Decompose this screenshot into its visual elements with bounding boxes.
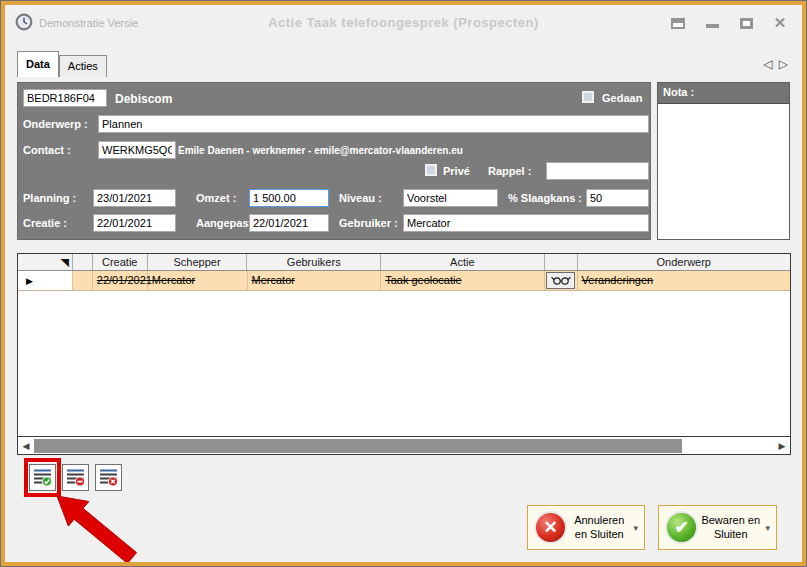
gebruiker-field[interactable] bbox=[403, 214, 649, 232]
maximize-button[interactable] bbox=[736, 16, 756, 30]
onderwerp-field[interactable] bbox=[98, 115, 649, 133]
company-code-field[interactable] bbox=[23, 89, 107, 107]
planning-field[interactable] bbox=[93, 189, 176, 207]
niveau-label: Niveau : bbox=[339, 192, 382, 204]
cell-onderwerp: Veranderingen bbox=[578, 271, 790, 290]
view-action-button[interactable] bbox=[546, 272, 575, 289]
scroll-left-icon[interactable]: ◀ bbox=[18, 441, 34, 451]
save-and-close-button[interactable]: ✔ Bewaren en Sluiten ▾ bbox=[658, 505, 777, 550]
tab-scroll-arrows: ◁▷ bbox=[764, 57, 794, 71]
save-dropdown-icon[interactable]: ▾ bbox=[765, 523, 770, 533]
rappel-field[interactable] bbox=[546, 162, 649, 180]
tab-scroll-left-icon[interactable]: ◁ bbox=[764, 57, 779, 71]
header-schepper[interactable]: Schepper bbox=[148, 254, 248, 270]
row-spacer-cell bbox=[73, 271, 93, 290]
actions-table: ◥ Creatie Schepper Gebruikers Actie Onde… bbox=[17, 253, 791, 455]
gebruiker-label: Gebruiker : bbox=[339, 217, 398, 229]
cancel-button-label: Annuleren en Sluiten bbox=[567, 514, 631, 542]
table-row[interactable]: ▶ 22/01/2021 Mercator Mercator Taak geol… bbox=[18, 271, 790, 291]
omzet-field[interactable] bbox=[249, 189, 329, 207]
cell-view bbox=[545, 271, 578, 290]
tab-strip: Data Acties bbox=[17, 51, 107, 77]
niveau-field[interactable] bbox=[403, 189, 498, 207]
window-icon[interactable] bbox=[668, 16, 688, 30]
tab-scroll-right-icon[interactable]: ▷ bbox=[779, 57, 794, 71]
cancel-dropdown-icon[interactable]: ▾ bbox=[633, 523, 638, 533]
cancel-icon: ✕ bbox=[534, 511, 567, 544]
creatie-label: Creatie : bbox=[23, 217, 67, 229]
list-block-icon bbox=[66, 468, 86, 487]
cell-actie: Taak geolocatie bbox=[381, 271, 545, 290]
list-delete-icon bbox=[99, 468, 119, 487]
annotation-highlight-box bbox=[24, 458, 61, 497]
corner-triangle-icon: ◥ bbox=[60, 256, 68, 268]
header-actie[interactable]: Actie bbox=[381, 254, 545, 270]
prive-label: Privé bbox=[443, 165, 470, 177]
close-button[interactable]: ✕ bbox=[770, 16, 790, 30]
delete-action-button[interactable] bbox=[95, 464, 122, 491]
block-action-button[interactable] bbox=[62, 464, 89, 491]
contact-info-label: Emile Daenen - werknemer - emile@mercato… bbox=[178, 145, 463, 156]
rappel-label: Rappel : bbox=[488, 165, 531, 177]
header-glasses-spacer bbox=[545, 254, 578, 270]
gedaan-label: Gedaan bbox=[602, 92, 642, 104]
slaagkans-label: % Slaagkans : bbox=[508, 192, 582, 204]
save-icon: ✔ bbox=[665, 511, 698, 544]
onderwerp-label: Onderwerp : bbox=[23, 118, 88, 130]
row-selector-icon[interactable]: ▶ bbox=[18, 271, 73, 290]
nota-panel: Nota : bbox=[657, 82, 790, 240]
tab-data[interactable]: Data bbox=[17, 51, 59, 77]
save-button-label: Bewaren en Sluiten bbox=[698, 514, 763, 542]
glasses-icon bbox=[550, 275, 572, 286]
dialog-body: Demonstratie Versie Actie Taak telefoong… bbox=[5, 5, 802, 562]
action-form-panel: Debiscom Gedaan Onderwerp : Contact : Em… bbox=[17, 82, 651, 240]
contact-code-field[interactable] bbox=[98, 141, 176, 159]
cell-creatie: 22/01/2021 bbox=[93, 271, 148, 290]
gedaan-checkbox[interactable] bbox=[582, 91, 594, 103]
nota-label: Nota : bbox=[658, 83, 789, 104]
scroll-right-icon[interactable]: ▶ bbox=[774, 441, 790, 451]
nota-field[interactable] bbox=[658, 104, 789, 239]
tab-acties[interactable]: Acties bbox=[59, 55, 107, 77]
app-window: Demonstratie Versie Actie Taak telefoong… bbox=[0, 0, 807, 567]
title-bar[interactable]: Demonstratie Versie Actie Taak telefoong… bbox=[5, 5, 802, 39]
table-header-row: ◥ Creatie Schepper Gebruikers Actie Onde… bbox=[18, 254, 790, 271]
aangepast-field[interactable] bbox=[249, 214, 329, 232]
company-name-label: Debiscom bbox=[115, 92, 172, 106]
horizontal-scrollbar[interactable]: ◀ ▶ bbox=[18, 436, 790, 454]
header-spacer-cell bbox=[73, 254, 93, 270]
minimize-button[interactable] bbox=[702, 16, 722, 30]
header-onderwerp[interactable]: Onderwerp bbox=[578, 254, 790, 270]
slaagkans-field[interactable] bbox=[586, 189, 649, 207]
cell-gebruikers: Mercator bbox=[248, 271, 382, 290]
planning-label: Planning : bbox=[23, 192, 76, 204]
header-gebruikers[interactable]: Gebruikers bbox=[247, 254, 381, 270]
close-icon: ✕ bbox=[774, 16, 787, 30]
cell-schepper: Mercator bbox=[148, 271, 248, 290]
header-creatie[interactable]: Creatie bbox=[93, 254, 148, 270]
contact-label: Contact : bbox=[23, 144, 71, 156]
omzet-label: Omzet : bbox=[196, 192, 236, 204]
select-all-cell[interactable]: ◥ bbox=[18, 254, 73, 270]
creatie-field[interactable] bbox=[93, 214, 176, 232]
scrollbar-thumb[interactable] bbox=[34, 439, 682, 453]
cancel-and-close-button[interactable]: ✕ Annuleren en Sluiten ▾ bbox=[527, 505, 645, 550]
prive-checkbox[interactable] bbox=[425, 164, 437, 176]
